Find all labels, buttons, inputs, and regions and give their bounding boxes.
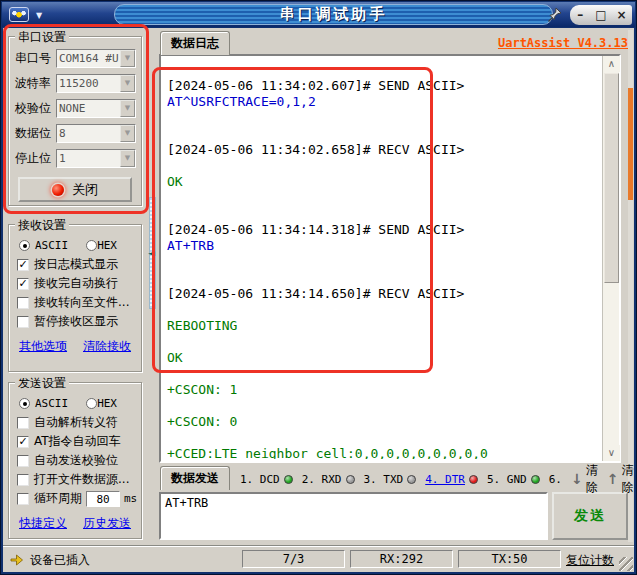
log-scrollbar[interactable]: ∧ ∨	[602, 56, 619, 461]
radio-hex[interactable]	[86, 240, 97, 251]
serial-field-row: 数据位8▼	[15, 124, 136, 143]
send-button[interactable]: 发送	[552, 492, 628, 540]
log-line	[167, 430, 600, 446]
log-line: OK	[167, 174, 600, 190]
log-line	[167, 366, 600, 382]
status-cell: TX:50	[458, 550, 561, 568]
serial-field-combobox[interactable]: 1▼	[56, 149, 136, 168]
clear-receive-button[interactable]: ↓清除	[571, 462, 598, 496]
scroll-up-icon[interactable]: ∧	[603, 56, 620, 72]
chevron-down-icon[interactable]: ▼	[120, 125, 135, 142]
serial-field-row: 校验位NONE▼	[15, 99, 136, 118]
log-line	[167, 206, 600, 222]
checkbox-label: 自动解析转义符	[34, 414, 118, 431]
log-line	[167, 254, 600, 270]
chevron-down-icon[interactable]: ▼	[120, 50, 135, 67]
checkbox[interactable]: ✓	[17, 436, 29, 448]
tab-data-send[interactable]: 数据发送	[160, 466, 230, 490]
radio-hex[interactable]	[86, 398, 97, 409]
serial-field-combobox[interactable]: 8▼	[56, 124, 136, 143]
resize-grip[interactable]	[619, 557, 633, 571]
checkbox[interactable]	[17, 297, 29, 309]
checkbox-row: ✓接收完自动换行	[17, 277, 139, 290]
checkbox[interactable]	[17, 316, 29, 328]
close-port-button[interactable]: 关闭	[18, 177, 132, 202]
log-output-area[interactable]: [2024-05-06 11:34:02.607]# SEND ASCII>AT…	[159, 54, 621, 463]
pin-icon[interactable]	[547, 7, 563, 23]
clear-button-label: 清除	[621, 462, 633, 496]
tab-data-send-label: 数据发送	[171, 470, 219, 487]
indicator-led-icon	[469, 475, 478, 484]
window-title: 串口调试助手	[280, 5, 388, 24]
titlebar: ▼ 串口调试助手 – □ ×	[2, 2, 635, 27]
maximize-button[interactable]: □	[592, 6, 610, 24]
port-open-led-icon	[52, 184, 64, 196]
chevron-down-icon[interactable]: ▼	[120, 100, 135, 117]
arrow-down-icon: ↓	[571, 472, 583, 486]
device-status-icon	[10, 553, 24, 572]
close-port-label: 关闭	[72, 181, 98, 199]
clear-send-button[interactable]: ↑清除	[607, 462, 634, 496]
clear-receive-link[interactable]: 清除接收	[83, 338, 131, 355]
serial-field-row: 停止位1▼	[15, 149, 136, 168]
log-line	[167, 158, 600, 174]
indicator-led-icon	[407, 475, 416, 484]
checkbox[interactable]	[17, 455, 29, 467]
cycle-period-input[interactable]: 80	[86, 491, 120, 507]
receive-settings-group: 接收设置 ASCII HEX ✓按日志模式显示✓接收完自动换行接收转向至文件..…	[8, 224, 142, 372]
menu-arrow-icon[interactable]: ▼	[36, 11, 42, 20]
chevron-down-icon[interactable]: ▼	[120, 150, 135, 167]
indicator-label-link[interactable]: 4. DTR	[425, 473, 465, 486]
version-link[interactable]: UartAssist V4.3.13	[498, 36, 628, 50]
serial-field-combobox[interactable]: NONE▼	[56, 99, 136, 118]
status-cell: RX:292	[350, 550, 453, 568]
radio-ascii-label: ASCII	[35, 397, 68, 410]
radio-ascii[interactable]	[19, 240, 30, 251]
log-line: [2024-05-06 11:34:14.650]# RECV ASCII>	[167, 286, 600, 302]
serial-field-combobox[interactable]: COM164 #U▼	[56, 49, 136, 68]
group-title: 发送设置	[15, 375, 69, 392]
checkbox[interactable]: ✓	[17, 259, 29, 271]
quick-define-link[interactable]: 快捷定义	[19, 515, 67, 532]
log-line	[167, 302, 600, 318]
indicator-label: 1. DCD	[240, 473, 280, 486]
indicator-label: 6.	[549, 473, 562, 486]
serial-settings-group: 串口设置 串口号COM164 #U▼波特率115200▼校验位NONE▼数据位8…	[8, 36, 142, 206]
checkbox[interactable]	[17, 474, 29, 486]
combobox-value: 1	[57, 150, 120, 167]
minimize-button[interactable]: –	[571, 6, 589, 24]
checkbox-row: 接收转向至文件...	[17, 296, 139, 309]
chevron-down-icon[interactable]: ▼	[120, 75, 135, 92]
checkbox-label: 接收完自动换行	[34, 275, 118, 292]
checkbox-label: 接收转向至文件...	[34, 294, 129, 311]
clear-button-label: 清除	[586, 462, 598, 496]
app-icon[interactable]	[9, 7, 29, 22]
scroll-thumb[interactable]	[604, 73, 619, 283]
checkbox[interactable]: ✓	[17, 278, 29, 290]
serial-field-row: 串口号COM164 #U▼	[15, 49, 136, 68]
modem-indicator: 4. DTR	[425, 473, 478, 486]
panel-splitter[interactable]: ◄	[149, 197, 156, 309]
log-line: [2024-05-06 11:34:14.318]# SEND ASCII>	[167, 222, 600, 238]
log-line	[167, 398, 600, 414]
checkbox-label: 打开文件数据源...	[34, 471, 129, 488]
reset-counter-link[interactable]: 复位计数	[566, 552, 614, 569]
other-options-link[interactable]: 其他选项	[19, 338, 67, 355]
log-line: +CSCON: 1	[167, 382, 600, 398]
status-message: 设备已插入	[30, 552, 90, 569]
history-send-link[interactable]: 历史发送	[83, 515, 131, 532]
log-line: [2024-05-06 11:34:02.658]# RECV ASCII>	[167, 142, 600, 158]
radio-ascii[interactable]	[19, 398, 30, 409]
send-input[interactable]: AT+TRB	[159, 492, 548, 540]
checkbox[interactable]	[17, 493, 29, 505]
modem-indicator-row: 1. DCD2. RXD3. TXD4. DTR5. GND6.↓清除↑清除	[240, 468, 627, 490]
window-controls: – □ ×	[570, 5, 632, 25]
checkbox-row: 自动发送校验位	[17, 454, 139, 467]
checkbox[interactable]	[17, 417, 29, 429]
serial-field-combobox[interactable]: 115200▼	[56, 74, 136, 93]
indicator-led-icon	[531, 475, 540, 484]
collapse-left-icon[interactable]: ◄	[148, 248, 155, 258]
tab-data-log[interactable]: 数据日志	[160, 31, 230, 55]
close-window-button[interactable]: ×	[613, 6, 631, 24]
scroll-down-icon[interactable]: ∨	[603, 445, 620, 461]
